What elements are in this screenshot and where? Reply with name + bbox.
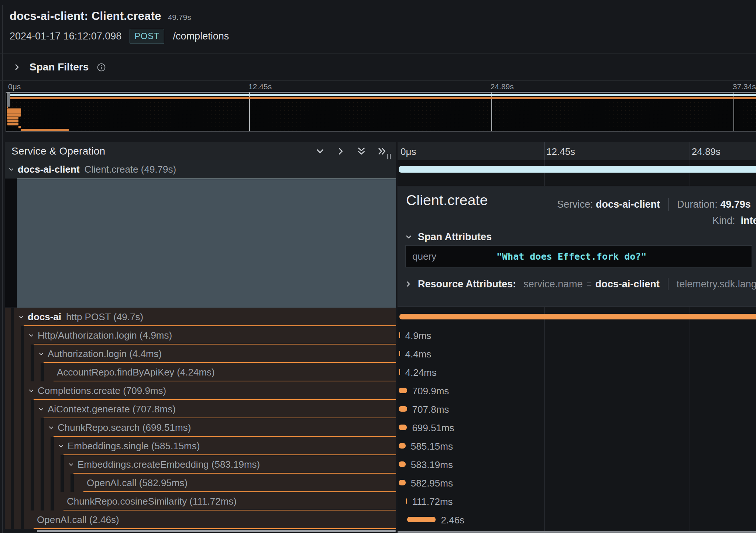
span-duration-bar[interactable] bbox=[399, 425, 407, 430]
chevron-down-icon[interactable] bbox=[58, 443, 64, 449]
span-row[interactable]: OpenAI.call (582.95ms) bbox=[5, 474, 396, 492]
service-operation-header: Service & Operation bbox=[5, 142, 396, 160]
chevron-down-icon[interactable] bbox=[38, 351, 44, 357]
indent-guide bbox=[21, 418, 24, 437]
span-operation-name: OpenAI.call (2.46s) bbox=[37, 514, 119, 526]
indent-guide bbox=[21, 455, 24, 474]
span-duration-bar[interactable] bbox=[399, 166, 756, 173]
span-duration-bar[interactable] bbox=[399, 443, 406, 449]
chevron-down-icon[interactable] bbox=[38, 406, 44, 412]
indent-guide bbox=[51, 492, 54, 510]
minimap-drag-handle[interactable] bbox=[7, 93, 10, 107]
indent-guide bbox=[51, 455, 54, 474]
span-duration-bar[interactable] bbox=[407, 517, 436, 522]
span-duration-label: 4.24ms bbox=[405, 367, 437, 378]
span-detail-meta: Service: docs-ai-client Duration: 49.79s bbox=[557, 198, 751, 211]
info-icon[interactable] bbox=[97, 63, 106, 72]
span-duration-bar[interactable] bbox=[399, 388, 407, 393]
span-duration-label: 707.8ms bbox=[412, 404, 449, 415]
chevron-down-icon bbox=[405, 234, 412, 240]
chevron-down-icon[interactable] bbox=[28, 388, 34, 394]
span-duration-label: 4.9ms bbox=[405, 330, 432, 342]
timeline-bottom-scrollbar[interactable] bbox=[398, 531, 756, 533]
span-duration-bar[interactable] bbox=[399, 480, 405, 485]
span-operation-name: ChunkRepo.search (699.51ms) bbox=[58, 422, 191, 433]
indent-guide bbox=[41, 492, 44, 510]
span-row[interactable]: Embeddings.createEmbedding (583.19ms) bbox=[5, 455, 396, 474]
span-operation-name: AiContext.generate (707.8ms) bbox=[48, 404, 176, 415]
span-row[interactable]: docs-ai-clientClient.create (49.79s) bbox=[5, 160, 396, 179]
span-duration-bar[interactable] bbox=[399, 369, 400, 375]
trace-minimap[interactable] bbox=[6, 92, 756, 132]
span-row[interactable]: OpenAI.call (2.46s) bbox=[5, 510, 396, 529]
span-row-content: AiContext.generate (707.8ms) bbox=[38, 400, 176, 418]
span-kind: Kind: inte bbox=[712, 215, 756, 226]
minimap-span-bar bbox=[18, 126, 21, 128]
indent-guide bbox=[11, 308, 14, 326]
indent-guide bbox=[31, 492, 34, 510]
trace-viewer: docs-ai-client: Client.create 49.79s 202… bbox=[0, 0, 756, 533]
span-row[interactable]: Completions.create (709.9ms) bbox=[5, 381, 396, 400]
span-filters-label: Span Filters bbox=[30, 61, 89, 73]
minimap-span-bar bbox=[21, 129, 69, 131]
collapse-one-icon[interactable] bbox=[316, 147, 324, 156]
chevron-right-icon[interactable] bbox=[13, 63, 21, 71]
span-row-content: OpenAI.call (2.46s) bbox=[37, 510, 119, 529]
expand-one-icon[interactable] bbox=[336, 147, 345, 156]
resource-attributes-toggle[interactable]: Resource Attributes: service.name = docs… bbox=[405, 278, 756, 290]
attribute-row: query "What does Effect.fork do?" bbox=[405, 245, 752, 267]
service-value: docs-ai-client bbox=[596, 199, 660, 210]
indent-guide bbox=[51, 437, 54, 455]
indent-guide bbox=[11, 437, 14, 455]
timeline-tick-label: 0μs bbox=[401, 146, 416, 158]
http-path: /completions bbox=[173, 31, 229, 42]
span-duration-label: 585.15ms bbox=[411, 441, 453, 452]
span-duration-bar[interactable] bbox=[399, 332, 400, 338]
span-row[interactable]: Http/Authorization.login (4.9ms) bbox=[5, 326, 396, 345]
indent-guide bbox=[21, 437, 24, 455]
span-attributes-toggle[interactable]: Span Attributes bbox=[405, 231, 492, 243]
expand-all-icon[interactable] bbox=[378, 147, 386, 156]
span-duration-label: 111.72ms bbox=[412, 496, 453, 508]
span-row-content: Completions.create (709.9ms) bbox=[28, 381, 166, 400]
indent-guide bbox=[41, 455, 44, 474]
chevron-down-icon[interactable] bbox=[28, 333, 34, 338]
chevron-down-icon[interactable] bbox=[68, 462, 74, 467]
indent-guide bbox=[11, 381, 14, 400]
span-row[interactable]: Authorization.login (4.4ms) bbox=[5, 345, 396, 363]
indent-guide bbox=[31, 418, 34, 437]
span-duration-bar[interactable] bbox=[399, 351, 400, 356]
span-filters-toggle[interactable]: Span Filters bbox=[0, 54, 756, 80]
span-operation-name: OpenAI.call (582.95ms) bbox=[87, 477, 188, 489]
span-duration-label: 709.9ms bbox=[412, 385, 449, 397]
span-row[interactable]: docs-aihttp POST (49.7s) bbox=[5, 308, 396, 326]
span-duration-label: 4.4ms bbox=[405, 349, 432, 360]
span-row-content: AccountRepo.findByApiKey (4.24ms) bbox=[57, 363, 215, 381]
chevron-down-icon[interactable] bbox=[18, 314, 24, 320]
span-row[interactable]: ChunkRepo.search (699.51ms) bbox=[5, 418, 396, 437]
chevron-down-icon[interactable] bbox=[48, 425, 54, 430]
indent-guide bbox=[31, 455, 34, 474]
indent-guide bbox=[11, 326, 14, 345]
span-duration-bar[interactable] bbox=[406, 498, 407, 504]
minimap-span-bar bbox=[7, 108, 21, 111]
span-row-content: Embeddings.single (585.15ms) bbox=[58, 437, 200, 455]
span-duration-label: 699.51ms bbox=[412, 422, 454, 434]
trace-timestamp: 2024-01-17 16:12:07.098 bbox=[10, 31, 121, 42]
span-row[interactable]: AiContext.generate (707.8ms) bbox=[5, 400, 396, 418]
indent-guide bbox=[31, 363, 34, 381]
span-row[interactable]: ChunkRepo.cosineSimilarity (111.72ms) bbox=[5, 492, 396, 510]
collapse-all-icon[interactable] bbox=[357, 147, 366, 156]
kind-value: inte bbox=[741, 215, 756, 226]
span-duration-bar[interactable] bbox=[399, 406, 407, 412]
column-resize-handle[interactable] bbox=[387, 154, 391, 159]
span-duration-bar[interactable] bbox=[399, 461, 405, 467]
chevron-down-icon[interactable] bbox=[8, 167, 14, 172]
indent-guide bbox=[61, 455, 64, 474]
span-row[interactable]: AccountRepo.findByApiKey (4.24ms) bbox=[5, 363, 396, 381]
span-row-content: docs-aihttp POST (49.7s) bbox=[18, 308, 143, 326]
selected-span-expansion bbox=[17, 179, 396, 308]
span-row[interactable]: Embeddings.single (585.15ms) bbox=[5, 437, 396, 455]
span-duration-bar[interactable] bbox=[399, 314, 756, 319]
horizontal-scrollbar-thumb[interactable] bbox=[37, 530, 396, 532]
